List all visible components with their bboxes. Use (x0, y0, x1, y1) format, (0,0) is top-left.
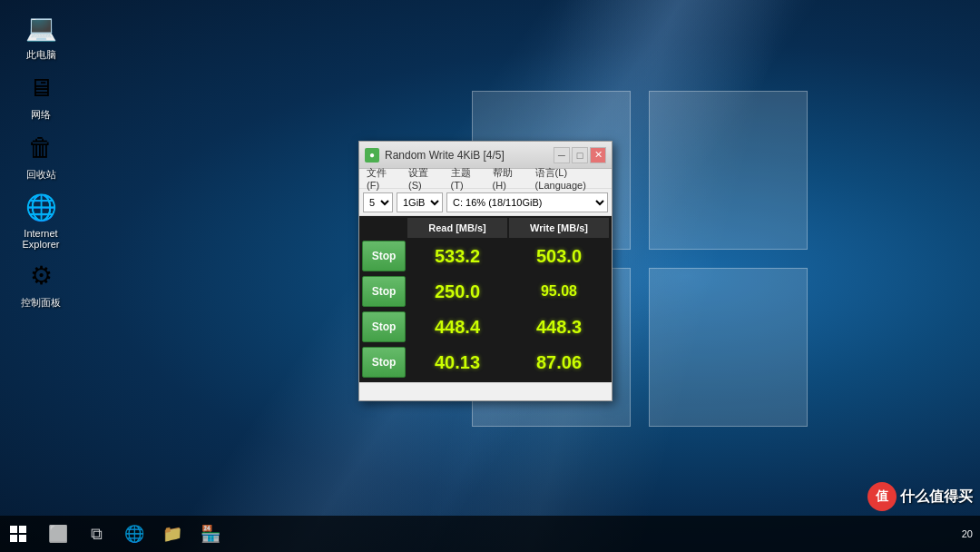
taskbar: ⬜ ⧉ 🌐 📁 🏪 20 (0, 516, 980, 552)
write-number-1: 503.0 (536, 246, 582, 267)
read-value-1: 533.2 (407, 241, 507, 271)
window-title: Random Write 4KiB [4/5] (385, 149, 554, 162)
this-pc-label: 此电脑 (26, 48, 56, 62)
read-number-1: 533.2 (435, 246, 480, 267)
desktop-icons: 💻 此电脑 🖥 网络 🗑 回收站 🌐 InternetExplorer ⚙ 控制… (9, 9, 73, 310)
write-number-3: 448.3 (536, 317, 582, 338)
recycle-bin-label: 回收站 (26, 168, 56, 182)
desktop-icon-this-pc[interactable]: 💻 此电脑 (9, 9, 73, 62)
read-value-3: 448.4 (407, 311, 507, 342)
win-pane-topright (649, 91, 808, 250)
control-panel-label: 控制面板 (21, 296, 61, 310)
write-number-4: 87.06 (536, 352, 582, 373)
table-row: Stop 40.13 87.06 (361, 345, 610, 380)
drive-select[interactable]: C: 16% (18/110GiB) (446, 192, 608, 212)
start-logo-sq-4 (19, 535, 26, 542)
read-number-2: 250.0 (435, 281, 480, 302)
taskbar-store-icon[interactable]: 🏪 (192, 516, 229, 552)
stop-button-4[interactable]: Stop (362, 347, 406, 378)
toolbar: 5 1GiB C: 16% (18/110GiB) (359, 189, 612, 216)
taskbar-right: 20 (962, 528, 980, 539)
desktop-icon-network[interactable]: 🖥 网络 (9, 69, 73, 122)
menu-file[interactable]: 文件(F) (363, 164, 397, 192)
count-select[interactable]: 5 (363, 192, 393, 212)
start-button[interactable] (0, 516, 36, 552)
desktop: 💻 此电脑 🖥 网络 🗑 回收站 🌐 InternetExplorer ⚙ 控制… (0, 0, 980, 552)
write-value-3: 448.3 (509, 311, 609, 342)
start-logo (10, 526, 26, 542)
control-panel-icon: ⚙ (23, 257, 59, 293)
table-row: Stop 448.4 448.3 (361, 310, 610, 344)
read-number-3: 448.4 (435, 317, 480, 338)
size-select[interactable]: 1GiB (397, 192, 443, 212)
start-logo-sq-1 (10, 526, 17, 533)
recycle-bin-icon: 🗑 (23, 129, 59, 165)
minimize-button[interactable]: ─ (554, 147, 570, 163)
network-label: 网络 (31, 108, 51, 122)
ie-icon: 🌐 (23, 189, 59, 225)
read-header: Read [MB/s] (407, 218, 507, 238)
read-value-4: 40.13 (407, 347, 507, 378)
write-value-2: 95.08 (509, 276, 609, 307)
menu-settings[interactable]: 设置(S) (405, 164, 440, 192)
maximize-button[interactable]: □ (572, 147, 588, 163)
taskbar-time: 20 (962, 528, 973, 539)
stop-button-2[interactable]: Stop (362, 276, 406, 307)
win-pane-bottomright (649, 268, 808, 427)
write-value-1: 503.0 (509, 241, 609, 271)
table-row: Stop 533.2 503.0 (361, 239, 610, 273)
desktop-icon-control-panel[interactable]: ⚙ 控制面板 (9, 257, 73, 310)
ie-label: InternetExplorer (23, 228, 60, 250)
watermark-icon: 值 (867, 482, 897, 511)
start-logo-sq-3 (10, 535, 17, 542)
table-header-row: Read [MB/s] Write [MB/s] (361, 218, 610, 238)
stop-button-3[interactable]: Stop (362, 311, 406, 342)
desktop-icon-ie[interactable]: 🌐 InternetExplorer (9, 189, 73, 250)
watermark: 值 什么值得买 (867, 482, 973, 511)
close-button[interactable]: ✕ (590, 147, 606, 163)
app-icon: ● (365, 148, 379, 163)
menu-help[interactable]: 帮助(H) (489, 164, 524, 192)
taskbar-icons: ⬜ ⧉ 🌐 📁 🏪 (40, 516, 229, 552)
cdm-window: ● Random Write 4KiB [4/5] ─ □ ✕ 文件(F) 设置… (358, 141, 612, 401)
status-bar (359, 382, 612, 400)
taskbar-folder-icon[interactable]: 📁 (154, 516, 191, 552)
this-pc-icon: 💻 (23, 9, 59, 45)
write-number-2: 95.08 (541, 283, 577, 300)
stop-button-1[interactable]: Stop (362, 241, 406, 271)
window-controls: ─ □ ✕ (554, 147, 606, 163)
write-header: Write [MB/s] (509, 218, 609, 238)
desktop-icon-recycle-bin[interactable]: 🗑 回收站 (9, 129, 73, 182)
read-value-2: 250.0 (407, 276, 507, 307)
table-row: Stop 250.0 95.08 (361, 274, 610, 309)
cdm-content: Read [MB/s] Write [MB/s] Stop 533.2 503.… (359, 216, 612, 382)
read-number-4: 40.13 (435, 352, 480, 373)
network-icon: 🖥 (23, 69, 59, 105)
taskbar-task-view-icon[interactable]: ⧉ (78, 516, 114, 552)
menu-theme[interactable]: 主题(T) (447, 164, 482, 192)
taskbar-edge-icon[interactable]: 🌐 (116, 516, 152, 552)
write-value-4: 87.06 (509, 347, 609, 378)
taskbar-search-icon[interactable]: ⬜ (40, 516, 76, 552)
menu-language[interactable]: 语言(L)(Language) (532, 164, 608, 192)
menubar: 文件(F) 设置(S) 主题(T) 帮助(H) 语言(L)(Language) (359, 169, 612, 189)
start-logo-sq-2 (19, 526, 26, 533)
watermark-text: 什么值得买 (900, 488, 973, 507)
